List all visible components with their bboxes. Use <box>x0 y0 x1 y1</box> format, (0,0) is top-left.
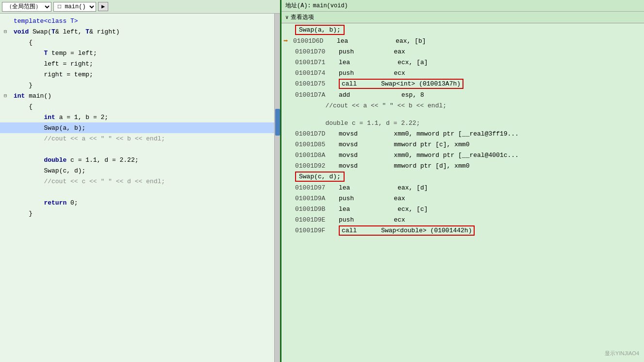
disasm-asm-line: 01001D71 lea ecx, [a] <box>281 57 644 68</box>
disasm-source-text: double c = 1.1, d = 2.22; <box>295 120 420 127</box>
disasm-mnem: lea <box>337 37 380 45</box>
disasm-mnem: add <box>339 91 382 99</box>
disasm-asm-line: 01001D85 movsd mmword ptr [c], xmm0 <box>281 139 644 150</box>
disasm-asm-line: ➡ 01001D6D lea eax, [b] <box>281 35 644 46</box>
disasm-addr: 01001D9A <box>295 195 339 202</box>
code-content: { <box>14 103 278 110</box>
disasm-mnem: push <box>339 195 382 202</box>
disasm-addr: 01001D9F <box>295 227 339 234</box>
collapse-btn[interactable]: ⊟ <box>2 93 9 99</box>
no-arrow <box>285 120 295 127</box>
no-arrow <box>285 184 295 191</box>
disasm-asm-line: 01001D9A push eax <box>281 193 644 204</box>
nav-button[interactable]: ▶ <box>98 2 108 11</box>
disasm-mnem: lea <box>339 59 382 66</box>
disasm-asm-line: 01001D9E push ecx <box>281 214 644 225</box>
address-label: 地址(A): <box>285 1 311 10</box>
disasm-asm-line: 01001D97 lea eax, [d] <box>281 182 644 193</box>
disasm-operand: xmm0, mmword ptr [__real@3ff19... <box>382 130 519 138</box>
no-arrow <box>285 152 295 159</box>
disasm-asm-line: 01001D8A movsd xmm0, mmword ptr [__real@… <box>281 150 644 160</box>
code-line: ⊟ int main() <box>0 90 280 101</box>
no-arrow <box>285 69 295 77</box>
no-arrow <box>285 195 295 202</box>
disasm-addr: 01001D74 <box>295 69 339 77</box>
code-line-highlighted: Swap(a, b); <box>0 122 280 133</box>
collapse-btn[interactable]: ⊟ <box>2 29 9 34</box>
scope-dropdown[interactable]: （全局范围） <box>2 2 51 12</box>
disasm-operand: Swap<double> (01001442h) <box>366 227 472 234</box>
disasm-operand: ecx, [c] <box>382 206 428 213</box>
disasm-addr: 01001D7D <box>295 130 339 138</box>
no-arrow <box>285 216 295 224</box>
code-content: } <box>14 82 278 89</box>
code-line <box>0 144 280 155</box>
no-arrow <box>285 80 295 87</box>
code-content: //cout << a << " " << b << endl; <box>14 135 278 142</box>
code-content: } <box>14 210 278 217</box>
disasm-operand: xmm0, mmword ptr [__real@4001c... <box>382 152 519 159</box>
disasm-operand: ecx, [a] <box>382 59 428 66</box>
scrollbar-thumb[interactable] <box>275 109 280 136</box>
disasm-mnem: lea <box>339 184 382 191</box>
disasm-asm-line: 01001D74 push ecx <box>281 68 644 78</box>
disasm-mnem: push <box>339 216 382 224</box>
no-arrow <box>285 227 295 234</box>
left-panel: （全局范围） □ main() ▶ template<class T> ⊟ vo… <box>0 0 281 362</box>
disasm-mnem: movsd <box>339 130 382 138</box>
vertical-scrollbar[interactable] <box>274 14 280 362</box>
disasm-comment: //cout << a << " " << b << endl; <box>295 102 446 109</box>
disasm-addr: 01001D70 <box>295 48 339 55</box>
disasm-addr: 01001D75 <box>295 80 339 87</box>
call-boxed-2: call Swap<double> (01001442h) <box>339 225 475 236</box>
code-content: right = temp; <box>14 71 278 78</box>
no-arrow <box>285 162 295 170</box>
no-arrow <box>285 91 295 99</box>
disasm-operand: mmword ptr [c], xmm0 <box>382 141 469 148</box>
disasm-operand: eax, [d] <box>382 184 428 191</box>
code-content: void Swap(T& left, T& right) <box>14 28 278 35</box>
call-boxed-1: call Swap<int> (010013A7h) <box>339 79 463 89</box>
main-container: （全局范围） □ main() ▶ template<class T> ⊟ vo… <box>0 0 644 362</box>
disasm-asm-line: 01001D75 call Swap<int> (010013A7h) <box>281 78 644 89</box>
view-options-toggle[interactable]: ∨ <box>285 14 289 20</box>
view-options-label: 查看选项 <box>291 13 314 21</box>
disasm-source-line: Swap(c, d); <box>281 171 644 182</box>
code-content: Swap(a, b); <box>14 124 278 132</box>
right-panel: 地址(A): main(void) ∨ 查看选项 Swap(a, b); ➡ 0… <box>281 0 644 362</box>
code-line: } <box>0 208 280 219</box>
code-line <box>0 187 280 197</box>
no-arrow <box>285 59 295 66</box>
no-arrow <box>285 206 295 213</box>
disasm-mnem: movsd <box>339 162 382 170</box>
arrow-placeholder <box>285 173 295 180</box>
disasm-asm-line: 01001D9B lea ecx, [c] <box>281 204 644 214</box>
disasm-source-line: Swap(a, b); <box>281 24 644 35</box>
disasm-asm-line: 01001D7D movsd xmm0, mmword ptr [__real@… <box>281 128 644 139</box>
code-line: //cout << c << " " << d << endl; <box>0 176 280 187</box>
code-line: //cout << a << " " << b << endl; <box>0 133 280 144</box>
toolbar-row: （全局范围） □ main() ▶ <box>0 0 280 14</box>
func-dropdown[interactable]: □ main() <box>53 2 96 12</box>
disasm-addr: 01001D97 <box>295 184 339 191</box>
address-value: main(void) <box>313 2 348 9</box>
gutter: ⊟ <box>2 29 14 34</box>
code-line: int a = 1, b = 2; <box>0 112 280 122</box>
disasm-operand: mmword ptr [d], xmm0 <box>382 162 469 170</box>
disasm-operand: Swap<int> (010013A7h) <box>366 80 461 87</box>
no-arrow <box>285 141 295 148</box>
disasm-addr: 01001D8A <box>295 152 339 159</box>
source-boxed-2: Swap(c, d); <box>295 172 345 182</box>
code-line: double c = 1.1, d = 2.22; <box>0 155 280 165</box>
disasm-addr: 01001D92 <box>295 162 339 170</box>
disasm-addr: 01001D9B <box>295 206 339 213</box>
code-area: template<class T> ⊟ void Swap(T& left, T… <box>0 14 280 362</box>
disasm-mnem: push <box>339 48 382 55</box>
disasm-operand: ecx <box>382 216 405 224</box>
code-line: T temp = left; <box>0 48 280 58</box>
disasm-addr: 01001D7A <box>295 91 339 99</box>
code-content: //cout << c << " " << d << endl; <box>14 178 278 185</box>
code-line: { <box>0 37 280 48</box>
disasm-asm-line: 01001D9F call Swap<double> (01001442h) <box>281 225 644 236</box>
disasm-addr: 01001D6D <box>293 37 337 45</box>
